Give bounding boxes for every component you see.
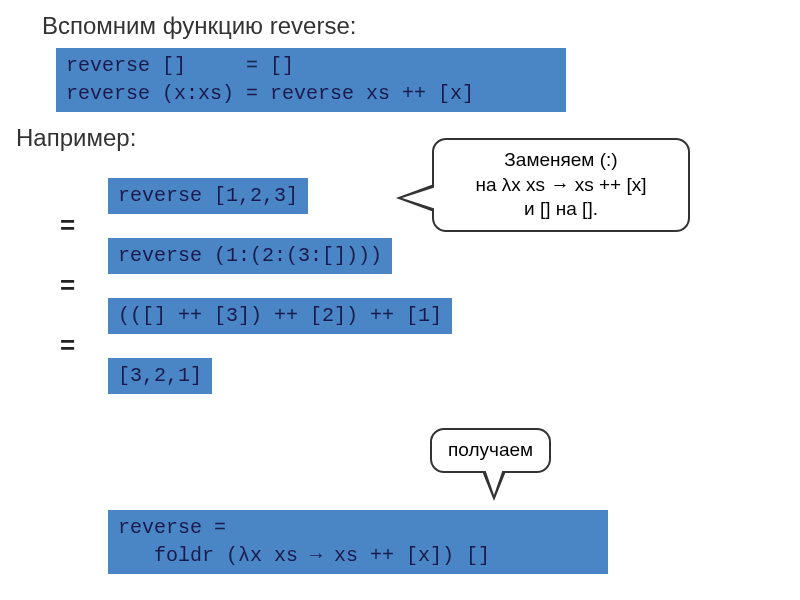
code-final: reverse = foldr (λx xs → xs ++ [x]) [] <box>108 510 608 574</box>
page-title: Вспомним функцию reverse: <box>42 12 356 40</box>
speech-bubble-substitution: Заменяем (:) на λx xs → xs ++ [x] и [] н… <box>432 138 690 232</box>
bubble-line-2: на λx xs → xs ++ [x] <box>450 173 672 198</box>
code-step-3: (([] ++ [3]) ++ [2]) ++ [1] <box>108 298 452 334</box>
code-step-1: reverse [1,2,3] <box>108 178 308 214</box>
equals-3: = <box>60 330 75 361</box>
equals-1: = <box>60 210 75 241</box>
code-definition: reverse [] = [] reverse (x:xs) = reverse… <box>56 48 566 112</box>
example-label: Например: <box>16 124 136 152</box>
equals-2: = <box>60 270 75 301</box>
speech-bubble-result: получаем <box>430 428 551 473</box>
bubble-line-3: и [] на []. <box>450 197 672 222</box>
bubble2-text: получаем <box>448 439 533 460</box>
code-step-4: [3,2,1] <box>108 358 212 394</box>
code-step-2: reverse (1:(2:(3:[]))) <box>108 238 392 274</box>
bubble-line-1: Заменяем (:) <box>450 148 672 173</box>
